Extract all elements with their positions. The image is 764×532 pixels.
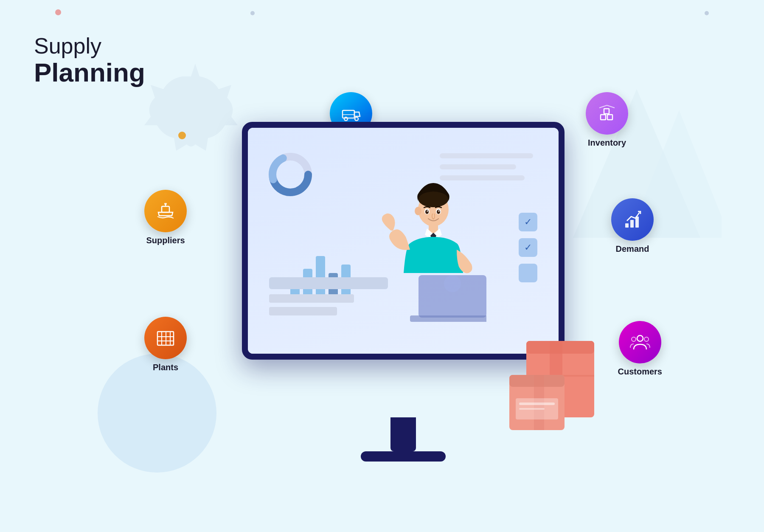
delivery-boxes <box>501 315 611 436</box>
inventory-circle <box>586 92 628 135</box>
svg-point-16 <box>632 337 636 341</box>
svg-rect-3 <box>343 110 354 118</box>
decorative-dot-2 <box>250 11 255 15</box>
decorative-dot-3 <box>705 11 709 15</box>
svg-rect-53 <box>519 408 545 410</box>
svg-rect-20 <box>164 203 167 205</box>
svg-point-32 <box>415 207 421 215</box>
line-2 <box>440 164 516 169</box>
checkbox-1: ✓ <box>519 213 537 231</box>
bg-gear <box>144 59 238 155</box>
svg-point-15 <box>637 335 643 341</box>
svg-rect-7 <box>601 115 606 120</box>
inventory-node[interactable]: Inventory <box>586 92 628 148</box>
stand-neck <box>390 417 416 451</box>
inventory-label: Inventory <box>588 138 626 148</box>
svg-point-43 <box>438 210 440 211</box>
suppliers-label: Suppliers <box>146 236 185 245</box>
svg-point-42 <box>437 210 440 214</box>
demand-circle <box>611 198 654 241</box>
svg-rect-13 <box>630 220 634 228</box>
demand-label: Demand <box>616 244 649 254</box>
svg-point-40 <box>427 210 428 211</box>
form-field-2 <box>269 307 337 315</box>
svg-rect-37 <box>410 315 486 322</box>
screen-donut-chart <box>265 149 316 202</box>
decorative-dot-1 <box>55 9 61 15</box>
customers-label: Customers <box>618 367 662 377</box>
monitor-stand <box>361 417 446 462</box>
person-illustration <box>368 175 486 354</box>
plants-circle <box>144 317 187 359</box>
svg-point-17 <box>644 337 649 341</box>
customers-node[interactable]: Customers <box>618 321 662 377</box>
svg-point-5 <box>355 117 358 121</box>
svg-rect-9 <box>604 109 609 114</box>
svg-point-4 <box>344 117 348 121</box>
form-field-1 <box>269 294 354 303</box>
svg-rect-18 <box>162 206 169 212</box>
svg-point-36 <box>444 275 461 292</box>
suppliers-node[interactable]: Suppliers <box>144 190 187 245</box>
svg-line-11 <box>607 105 615 108</box>
svg-rect-52 <box>519 403 555 405</box>
svg-rect-12 <box>625 223 629 228</box>
demand-node[interactable]: Demand <box>611 198 654 254</box>
svg-point-39 <box>425 210 429 214</box>
monitor-wrapper: Distributions Inventory <box>229 122 577 428</box>
svg-rect-8 <box>607 115 612 120</box>
checkbox-3 <box>519 264 537 282</box>
checkbox-2: ✓ <box>519 238 537 257</box>
plants-label: Plants <box>153 363 178 372</box>
screen-checkboxes: ✓ ✓ <box>519 213 537 282</box>
main-scene: Distributions Inventory <box>85 25 722 498</box>
customers-circle <box>619 321 661 363</box>
stand-base <box>361 451 446 462</box>
line-1 <box>440 153 533 158</box>
suppliers-circle <box>144 190 187 232</box>
plants-node[interactable]: Plants <box>144 317 187 372</box>
svg-line-10 <box>599 105 607 108</box>
